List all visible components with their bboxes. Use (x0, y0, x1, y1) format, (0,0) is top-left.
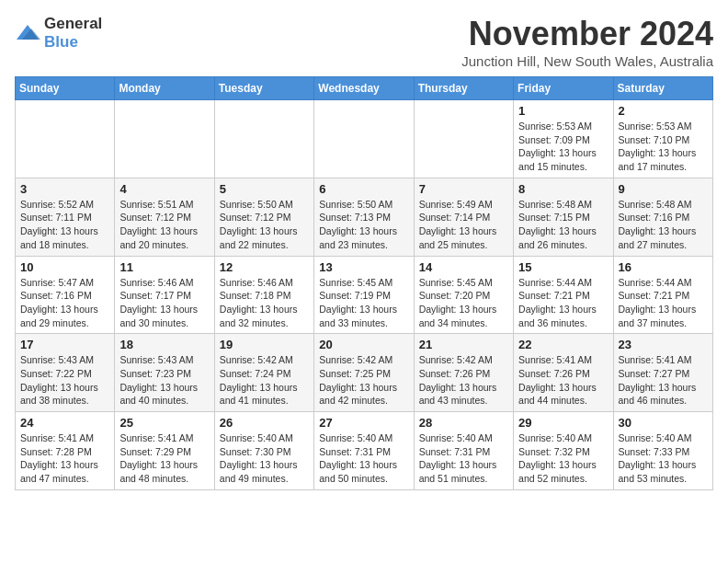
day-number: 20 (319, 338, 408, 351)
day-info: Sunrise: 5:41 AM Sunset: 7:28 PM Dayligh… (20, 431, 109, 486)
day-info: Sunrise: 5:42 AM Sunset: 7:25 PM Dayligh… (319, 353, 408, 408)
calendar-cell: 5Sunrise: 5:50 AM Sunset: 7:12 PM Daylig… (214, 178, 313, 256)
calendar-cell (414, 100, 513, 178)
calendar-cell: 14Sunrise: 5:45 AM Sunset: 7:20 PM Dayli… (414, 256, 513, 334)
calendar-week-4: 17Sunrise: 5:43 AM Sunset: 7:22 PM Dayli… (16, 334, 713, 412)
day-number: 8 (518, 182, 608, 196)
day-info: Sunrise: 5:40 AM Sunset: 7:32 PM Dayligh… (518, 431, 608, 486)
day-info: Sunrise: 5:47 AM Sunset: 7:16 PM Dayligh… (20, 276, 109, 330)
calendar-week-1: 1Sunrise: 5:53 AM Sunset: 7:09 PM Daylig… (16, 100, 713, 178)
calendar-cell: 27Sunrise: 5:40 AM Sunset: 7:31 PM Dayli… (314, 412, 414, 490)
day-number: 25 (119, 416, 209, 430)
calendar-cell: 26Sunrise: 5:40 AM Sunset: 7:30 PM Dayli… (214, 412, 313, 490)
day-info: Sunrise: 5:50 AM Sunset: 7:13 PM Dayligh… (319, 198, 408, 252)
day-info: Sunrise: 5:52 AM Sunset: 7:11 PM Dayligh… (20, 198, 109, 252)
weekday-wednesday: Wednesday (314, 77, 414, 100)
weekday-sunday: Sunday (16, 77, 115, 100)
calendar-cell: 21Sunrise: 5:42 AM Sunset: 7:26 PM Dayli… (414, 334, 513, 412)
day-info: Sunrise: 5:48 AM Sunset: 7:16 PM Dayligh… (619, 198, 708, 252)
day-number: 28 (419, 416, 508, 430)
calendar-cell (16, 100, 115, 178)
day-info: Sunrise: 5:42 AM Sunset: 7:26 PM Dayligh… (419, 353, 508, 408)
day-number: 19 (220, 338, 309, 351)
calendar-cell: 13Sunrise: 5:45 AM Sunset: 7:19 PM Dayli… (314, 256, 414, 334)
day-number: 23 (619, 338, 708, 351)
day-info: Sunrise: 5:45 AM Sunset: 7:20 PM Dayligh… (419, 276, 508, 330)
calendar-cell: 1Sunrise: 5:53 AM Sunset: 7:09 PM Daylig… (514, 100, 613, 178)
day-info: Sunrise: 5:44 AM Sunset: 7:21 PM Dayligh… (518, 276, 608, 330)
logo: General Blue (15, 15, 102, 52)
calendar-cell: 20Sunrise: 5:42 AM Sunset: 7:25 PM Dayli… (314, 334, 414, 412)
weekday-header: SundayMondayTuesdayWednesdayThursdayFrid… (16, 77, 713, 100)
calendar-week-2: 3Sunrise: 5:52 AM Sunset: 7:11 PM Daylig… (16, 178, 713, 256)
logo-icon (15, 23, 40, 43)
calendar-cell (314, 100, 414, 178)
calendar-cell: 22Sunrise: 5:41 AM Sunset: 7:26 PM Dayli… (514, 334, 613, 412)
day-number: 27 (319, 416, 408, 430)
calendar-cell: 6Sunrise: 5:50 AM Sunset: 7:13 PM Daylig… (314, 178, 414, 256)
day-number: 30 (619, 416, 708, 430)
calendar-cell: 12Sunrise: 5:46 AM Sunset: 7:18 PM Dayli… (214, 256, 313, 334)
calendar-cell: 11Sunrise: 5:46 AM Sunset: 7:17 PM Dayli… (115, 256, 214, 334)
day-number: 1 (518, 104, 608, 118)
day-number: 15 (518, 260, 608, 274)
day-info: Sunrise: 5:46 AM Sunset: 7:18 PM Dayligh… (220, 276, 309, 330)
day-number: 14 (419, 260, 508, 274)
calendar-cell: 18Sunrise: 5:43 AM Sunset: 7:23 PM Dayli… (115, 334, 214, 412)
header: General Blue November 2024 Junction Hill… (15, 15, 713, 69)
day-info: Sunrise: 5:53 AM Sunset: 7:09 PM Dayligh… (518, 120, 608, 174)
day-info: Sunrise: 5:41 AM Sunset: 7:26 PM Dayligh… (518, 353, 608, 408)
calendar-cell: 29Sunrise: 5:40 AM Sunset: 7:32 PM Dayli… (514, 412, 613, 490)
calendar-week-5: 24Sunrise: 5:41 AM Sunset: 7:28 PM Dayli… (16, 412, 713, 490)
day-info: Sunrise: 5:51 AM Sunset: 7:12 PM Dayligh… (119, 198, 209, 252)
day-number: 22 (518, 338, 608, 351)
calendar-cell (214, 100, 313, 178)
day-info: Sunrise: 5:44 AM Sunset: 7:21 PM Dayligh… (619, 276, 708, 330)
day-info: Sunrise: 5:40 AM Sunset: 7:31 PM Dayligh… (319, 431, 408, 486)
day-number: 17 (20, 338, 109, 351)
calendar-cell: 24Sunrise: 5:41 AM Sunset: 7:28 PM Dayli… (16, 412, 115, 490)
calendar-week-3: 10Sunrise: 5:47 AM Sunset: 7:16 PM Dayli… (16, 256, 713, 334)
day-number: 18 (119, 338, 209, 351)
day-number: 10 (20, 260, 109, 274)
weekday-monday: Monday (115, 77, 214, 100)
month-title: November 2024 (461, 15, 713, 53)
day-number: 2 (619, 104, 708, 118)
calendar-cell: 28Sunrise: 5:40 AM Sunset: 7:31 PM Dayli… (414, 412, 513, 490)
calendar-cell: 19Sunrise: 5:42 AM Sunset: 7:24 PM Dayli… (214, 334, 313, 412)
weekday-saturday: Saturday (613, 77, 712, 100)
day-info: Sunrise: 5:46 AM Sunset: 7:17 PM Dayligh… (119, 276, 209, 330)
day-number: 21 (419, 338, 508, 351)
calendar-cell: 9Sunrise: 5:48 AM Sunset: 7:16 PM Daylig… (613, 178, 712, 256)
calendar-cell: 30Sunrise: 5:40 AM Sunset: 7:33 PM Dayli… (613, 412, 712, 490)
day-number: 4 (119, 182, 209, 196)
calendar-cell: 7Sunrise: 5:49 AM Sunset: 7:14 PM Daylig… (414, 178, 513, 256)
day-number: 13 (319, 260, 408, 274)
day-info: Sunrise: 5:43 AM Sunset: 7:22 PM Dayligh… (20, 353, 109, 408)
day-info: Sunrise: 5:42 AM Sunset: 7:24 PM Dayligh… (220, 353, 309, 408)
calendar-cell: 3Sunrise: 5:52 AM Sunset: 7:11 PM Daylig… (16, 178, 115, 256)
day-number: 12 (220, 260, 309, 274)
day-number: 16 (619, 260, 708, 274)
day-number: 26 (220, 416, 309, 430)
calendar-cell: 4Sunrise: 5:51 AM Sunset: 7:12 PM Daylig… (115, 178, 214, 256)
day-number: 9 (619, 182, 708, 196)
day-number: 6 (319, 182, 408, 196)
day-number: 3 (20, 182, 109, 196)
title-area: November 2024 Junction Hill, New South W… (461, 15, 713, 69)
day-info: Sunrise: 5:49 AM Sunset: 7:14 PM Dayligh… (419, 198, 508, 252)
day-number: 24 (20, 416, 109, 430)
logo-text-blue: Blue (44, 33, 78, 51)
calendar-cell: 8Sunrise: 5:48 AM Sunset: 7:15 PM Daylig… (514, 178, 613, 256)
calendar-cell: 23Sunrise: 5:41 AM Sunset: 7:27 PM Dayli… (613, 334, 712, 412)
day-info: Sunrise: 5:45 AM Sunset: 7:19 PM Dayligh… (319, 276, 408, 330)
calendar-table: SundayMondayTuesdayWednesdayThursdayFrid… (15, 76, 713, 490)
logo-text-general: General (44, 15, 102, 32)
day-info: Sunrise: 5:41 AM Sunset: 7:27 PM Dayligh… (619, 353, 708, 408)
day-number: 11 (119, 260, 209, 274)
day-info: Sunrise: 5:53 AM Sunset: 7:10 PM Dayligh… (619, 120, 708, 174)
calendar-cell (115, 100, 214, 178)
calendar-cell: 15Sunrise: 5:44 AM Sunset: 7:21 PM Dayli… (514, 256, 613, 334)
day-info: Sunrise: 5:48 AM Sunset: 7:15 PM Dayligh… (518, 198, 608, 252)
day-info: Sunrise: 5:50 AM Sunset: 7:12 PM Dayligh… (220, 198, 309, 252)
